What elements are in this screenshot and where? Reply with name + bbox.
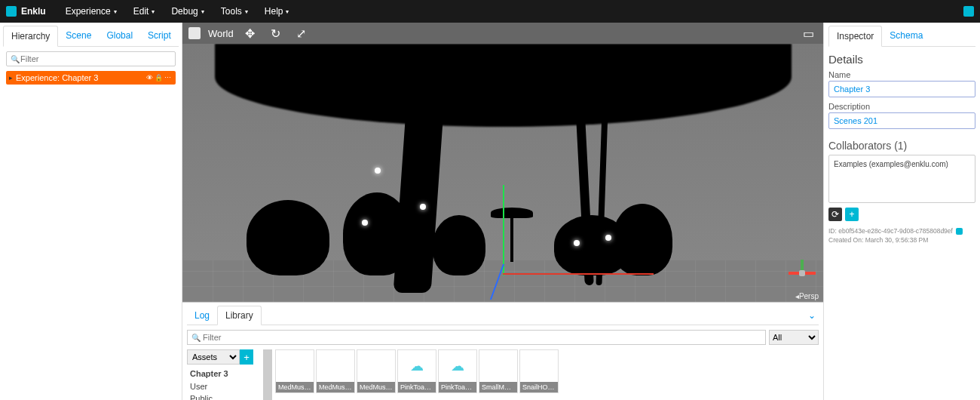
library-filter-row: 🔍 All bbox=[187, 330, 819, 345]
asset-thumbnail[interactable]: MedMush… bbox=[316, 349, 355, 393]
asset-tree-item[interactable]: Public bbox=[187, 392, 259, 400]
refresh-button[interactable]: ⟳ bbox=[828, 208, 842, 221]
right-panel: Inspector Schema Details Name Chapter 3 … bbox=[823, 23, 980, 400]
tab-scene[interactable]: Scene bbox=[58, 26, 99, 46]
tab-log[interactable]: Log bbox=[187, 306, 217, 325]
tab-hierarchy[interactable]: Hierarchy bbox=[3, 26, 58, 47]
bottom-panel: Log Library ⌄ 🔍 All Assets + bbox=[182, 302, 823, 400]
chevron-down-icon: ▾ bbox=[245, 8, 248, 15]
device-icon[interactable] bbox=[963, 6, 974, 17]
brand-name: Enklu bbox=[21, 6, 46, 17]
assets-dropdown[interactable]: Assets bbox=[187, 349, 240, 365]
scene-plant bbox=[612, 204, 672, 275]
tab-global[interactable]: Global bbox=[99, 26, 140, 46]
top-menu-bar: Enklu Experience▾ Edit▾ Debug▾ Tools▾ He… bbox=[0, 0, 980, 23]
brand: Enklu bbox=[6, 6, 46, 17]
scale-tool[interactable]: ⤢ bbox=[292, 24, 311, 42]
perspective-label: ◂Persp bbox=[795, 292, 819, 300]
name-label: Name bbox=[828, 70, 975, 79]
chevron-down-icon: ▾ bbox=[286, 8, 289, 15]
tab-script[interactable]: Script bbox=[140, 26, 179, 46]
viewport-mode-label: World bbox=[208, 28, 234, 39]
scene-plant bbox=[247, 200, 329, 275]
description-label: Description bbox=[828, 102, 975, 111]
menu-help[interactable]: Help▾ bbox=[257, 3, 297, 20]
scene-light-icon bbox=[362, 220, 368, 226]
viewport-3d[interactable]: ◂Persp bbox=[182, 44, 823, 302]
menu-debug[interactable]: Debug▾ bbox=[164, 3, 211, 20]
asset-thumbnail[interactable]: SmallMus… bbox=[479, 349, 518, 393]
inspector-tabs: Inspector Schema bbox=[828, 26, 975, 47]
asset-thumbnail[interactable]: SnailHOLO bbox=[519, 349, 559, 393]
rotate-tool[interactable]: ↻ bbox=[267, 24, 285, 42]
chevron-down-icon: ▾ bbox=[201, 8, 204, 15]
lock-icon[interactable]: 🔒 bbox=[155, 74, 163, 82]
center-column: World ✥ ↻ ⤢ ▭ bbox=[182, 23, 823, 400]
tab-inspector[interactable]: Inspector bbox=[828, 26, 882, 47]
library-filter-input[interactable] bbox=[187, 330, 766, 345]
menu-bar: Experience▾ Edit▾ Debug▾ Tools▾ Help▾ bbox=[58, 3, 297, 20]
scene-mushroom bbox=[497, 208, 527, 260]
menu-edit[interactable]: Edit▾ bbox=[126, 3, 163, 20]
inspector-metadata: ID: eb0f543e-e28c-49c7-9d08-c785808d9ef … bbox=[828, 227, 975, 245]
axis-x bbox=[503, 273, 654, 275]
hierarchy-filter-input[interactable] bbox=[6, 51, 176, 66]
created-on-text: Created On: March 30, 9:56:38 PM bbox=[828, 236, 975, 245]
hierarchy-filter: 🔍 bbox=[6, 51, 176, 66]
move-tool[interactable]: ✥ bbox=[241, 24, 259, 42]
id-text: ID: eb0f543e-e28c-49c7-9d08-c785808d9ef bbox=[828, 227, 953, 235]
inspector-actions: ⟳ + bbox=[828, 208, 975, 221]
asset-thumbnail[interactable]: MedMush… bbox=[357, 349, 396, 393]
brand-icon bbox=[6, 6, 17, 17]
add-asset-button[interactable]: + bbox=[240, 349, 253, 365]
more-icon[interactable]: ⋯ bbox=[164, 74, 171, 82]
description-field[interactable]: Scenes 201 bbox=[828, 112, 975, 129]
hierarchy-item-icons: 👁 🔒 ⋯ bbox=[146, 74, 171, 82]
library-sidebar: Assets + Chapter 3 User Public bbox=[187, 349, 259, 400]
bottom-tabs: Log Library ⌄ bbox=[187, 306, 819, 325]
scene-plant bbox=[343, 192, 411, 275]
view-gizmo[interactable] bbox=[789, 260, 816, 287]
scene-plant bbox=[433, 215, 485, 275]
scene-light-icon bbox=[420, 204, 426, 210]
asset-thumbnail[interactable]: ☁PinkToad… bbox=[438, 349, 477, 393]
scrollbar[interactable] bbox=[263, 349, 272, 400]
add-collaborator-button[interactable]: + bbox=[845, 208, 859, 221]
library-filter-dropdown[interactable]: All bbox=[769, 330, 819, 345]
asset-tree-item[interactable]: Chapter 3 bbox=[187, 368, 259, 380]
axis-y bbox=[503, 185, 504, 275]
asset-thumbnail[interactable]: ☁PinkToad… bbox=[397, 349, 436, 393]
visibility-icon[interactable]: 👁 bbox=[146, 74, 153, 82]
hierarchy-root-item[interactable]: ▸ Experience: Chapter 3 👁 🔒 ⋯ bbox=[6, 71, 176, 85]
fullscreen-tool[interactable]: ▭ bbox=[799, 24, 817, 42]
chevron-down-icon: ▾ bbox=[114, 8, 117, 15]
library-content: Assets + Chapter 3 User Public MedMush… … bbox=[187, 349, 819, 400]
menu-experience[interactable]: Experience▾ bbox=[58, 3, 124, 20]
asset-grid: MedMush… MedMush… MedMush… ☁PinkToad… ☁P… bbox=[275, 349, 559, 400]
tab-library[interactable]: Library bbox=[217, 306, 262, 325]
asset-tree-item[interactable]: User bbox=[187, 380, 259, 393]
left-panel: Hierarchy Scene Global Script 🔍 ▸ Experi… bbox=[0, 23, 182, 400]
topbar-right bbox=[963, 6, 974, 17]
details-title: Details bbox=[828, 53, 975, 66]
chevron-down-icon: ▾ bbox=[152, 8, 155, 15]
asset-tree: Chapter 3 User Public bbox=[187, 368, 259, 400]
collapse-icon[interactable]: ⌄ bbox=[808, 310, 819, 321]
search-icon: 🔍 bbox=[191, 334, 201, 342]
menu-tools[interactable]: Tools▾ bbox=[213, 3, 256, 20]
scene-light-icon bbox=[574, 240, 580, 246]
viewport-toolbar: World ✥ ↻ ⤢ ▭ bbox=[182, 23, 823, 44]
hierarchy-root-label: Experience: Chapter 3 bbox=[16, 73, 98, 82]
copy-id-icon[interactable] bbox=[956, 228, 963, 235]
tab-schema[interactable]: Schema bbox=[882, 26, 930, 46]
left-tabs: Hierarchy Scene Global Script bbox=[3, 26, 179, 47]
collaborators-title: Collaborators (1) bbox=[828, 140, 975, 152]
viewport-mode-icon[interactable] bbox=[188, 27, 201, 39]
search-icon: 🔍 bbox=[11, 55, 20, 63]
expand-icon[interactable]: ▸ bbox=[9, 74, 13, 82]
asset-thumbnail[interactable]: MedMush… bbox=[275, 349, 314, 393]
name-field[interactable]: Chapter 3 bbox=[828, 81, 975, 97]
collaborators-list[interactable]: Examples (examples@enklu.com) bbox=[828, 155, 975, 203]
